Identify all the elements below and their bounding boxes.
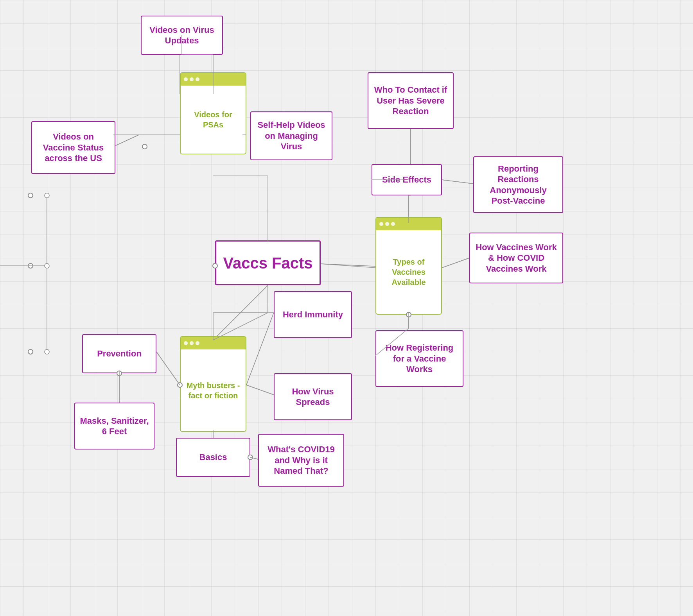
reporting-reactions-label: Reporting Reactions Anonymously Post-Vac… (478, 163, 558, 206)
whats-covid-node[interactable]: What's COVID19 and Why is it Named That? (258, 434, 344, 487)
connector-basics-covid (248, 455, 253, 460)
types-vaccines-node[interactable]: Types of Vaccines Available (375, 217, 442, 315)
self-help-label: Self-Help Videos on Managing Virus (255, 120, 328, 152)
types-vaccines-label: Types of Vaccines Available (380, 257, 437, 287)
videos-for-psas-node[interactable]: Videos for PSAs (180, 72, 246, 154)
types-vaccines-titlebar (376, 218, 441, 230)
myth-busters-titlebar (181, 337, 246, 349)
basics-label: Basics (199, 452, 227, 463)
videos-psas-titlebar (181, 73, 246, 86)
how-registering-label: How Registering for a Vaccine Works (380, 342, 459, 375)
connector-prevention (177, 382, 183, 388)
whats-covid-label: What's COVID19 and Why is it Named That? (263, 444, 339, 476)
vaccs-facts-node[interactable]: Vaccs Facts (215, 240, 321, 285)
myth-busters-node[interactable]: Myth busters - fact or fiction (180, 336, 246, 432)
connector-left-mid (28, 263, 33, 269)
how-registering-node[interactable]: How Registering for a Vaccine Works (375, 330, 463, 387)
who-to-contact-label: Who To Contact if User Has Severe Reacti… (372, 84, 449, 117)
connector-left-bot (28, 349, 33, 355)
reporting-reactions-node[interactable]: Reporting Reactions Anonymously Post-Vac… (473, 156, 563, 213)
connector-left-top (28, 193, 33, 198)
side-effects-label: Side Effects (382, 174, 431, 185)
herd-immunity-node[interactable]: Herd Immunity (274, 291, 352, 338)
masks-sanitizer-node[interactable]: Masks, Sanitizer, 6 Feet (74, 403, 154, 449)
how-vaccines-work-node[interactable]: How Vaccines Work & How COVID Vaccines W… (469, 233, 563, 283)
prevention-node[interactable]: Prevention (82, 334, 156, 373)
who-to-contact-node[interactable]: Who To Contact if User Has Severe Reacti… (368, 72, 454, 129)
masks-sanitizer-label: Masks, Sanitizer, 6 Feet (79, 415, 150, 437)
prevention-label: Prevention (97, 348, 142, 359)
connector-masks (117, 371, 122, 376)
videos-virus-updates-node[interactable]: Videos on Virus Updates (141, 16, 223, 55)
self-help-videos-node[interactable]: Self-Help Videos on Managing Virus (250, 111, 332, 160)
side-effects-node[interactable]: Side Effects (372, 164, 442, 195)
vaccs-facts-label: Vaccs Facts (223, 253, 312, 273)
myth-busters-label: Myth busters - fact or fiction (185, 380, 242, 401)
how-vaccines-work-label: How Vaccines Work & How COVID Vaccines W… (474, 242, 558, 274)
how-virus-spreads-label: How Virus Spreads (278, 386, 347, 408)
videos-virus-updates-label: Videos on Virus Updates (145, 25, 218, 46)
herd-immunity-label: Herd Immunity (283, 309, 343, 320)
how-virus-spreads-node[interactable]: How Virus Spreads (274, 373, 352, 420)
connector-vaccine-status (142, 144, 147, 149)
connector-registering (406, 312, 411, 317)
videos-vaccine-status-label: Videos on Vaccine Status across the US (36, 131, 111, 164)
basics-node[interactable]: Basics (176, 438, 250, 477)
videos-psas-label: Videos for PSAs (185, 109, 242, 130)
videos-vaccine-status-node[interactable]: Videos on Vaccine Status across the US (31, 121, 115, 174)
connector-vaccs-left (212, 263, 218, 269)
